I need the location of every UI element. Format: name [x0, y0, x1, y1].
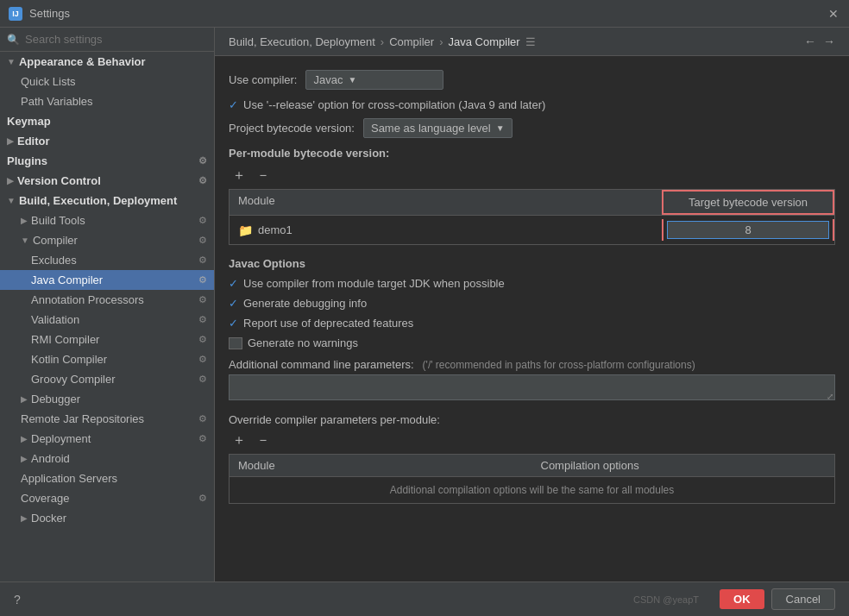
- cmd-textarea[interactable]: [229, 374, 835, 400]
- sidebar-item-docker[interactable]: ▶ Docker: [0, 508, 214, 528]
- deployment-arrow-icon: ▶: [21, 434, 28, 443]
- override-col-compilation: Compilation options: [532, 455, 835, 476]
- opt4-label: Generate no warnings: [248, 336, 358, 349]
- breadcrumb-part1[interactable]: Build, Execution, Deployment: [229, 35, 375, 48]
- coverage-settings-icon: ⚙: [198, 493, 207, 504]
- use-release-option-row[interactable]: ✓ Use '--release' option for cross-compi…: [229, 98, 835, 111]
- version-input[interactable]: [667, 221, 829, 239]
- sidebar-item-deployment[interactable]: ▶ Deployment ⚙: [0, 429, 214, 449]
- compiler-arrow-icon: ▼: [21, 236, 29, 245]
- compiler-select-arrow-icon: ▼: [348, 75, 356, 85]
- breadcrumb-part3: Java Compiler: [449, 35, 520, 48]
- opt3-checkbox[interactable]: ✓: [229, 317, 238, 330]
- module-table: Module Target bytecode version 📁 demo1: [229, 189, 835, 245]
- javac-options-title: Javac Options: [229, 257, 835, 270]
- sidebar-item-groovy-compiler[interactable]: Groovy Compiler ⚙: [0, 369, 214, 389]
- cmd-hint: ('/' recommended in paths for cross-plat…: [423, 359, 835, 371]
- content-body: Use compiler: Javac ▼ ✓ Use '--release' …: [215, 56, 849, 581]
- sidebar-item-kotlin-compiler[interactable]: Kotlin Compiler ⚙: [0, 349, 214, 369]
- title-bar: IJ Settings ✕: [0, 0, 849, 28]
- close-button[interactable]: ✕: [827, 7, 840, 21]
- build-tools-arrow-icon: ▶: [21, 216, 28, 225]
- per-module-section-title: Per-module bytecode version:: [229, 147, 835, 160]
- opt2-checkbox[interactable]: ✓: [229, 297, 238, 310]
- sidebar-item-validation[interactable]: Validation ⚙: [0, 310, 214, 330]
- project-bytecode-value: Same as language level: [371, 122, 491, 135]
- search-box[interactable]: 🔍: [0, 28, 214, 52]
- option-deprecated-row[interactable]: ✓ Report use of deprecated features: [229, 317, 835, 330]
- table-header: Module Target bytecode version: [230, 190, 834, 216]
- opt1-checkbox[interactable]: ✓: [229, 277, 238, 290]
- sidebar-item-java-compiler[interactable]: Java Compiler ⚙: [0, 270, 214, 290]
- sidebar-item-path-variables[interactable]: Path Variables: [0, 91, 214, 111]
- override-table: Module Compilation options Additional co…: [229, 454, 835, 504]
- option-use-compiler-row[interactable]: ✓ Use compiler from module target JDK wh…: [229, 277, 835, 290]
- sidebar-item-debugger[interactable]: ▶ Debugger: [0, 389, 214, 409]
- override-label: Override compiler parameters per-module:: [229, 413, 835, 426]
- nav-forward-button[interactable]: →: [823, 35, 835, 48]
- sidebar-item-version-control[interactable]: ▶ Version Control ⚙: [0, 171, 214, 191]
- breadcrumb: Build, Execution, Deployment › Compiler …: [215, 28, 849, 56]
- remote-jar-settings-icon: ⚙: [198, 413, 207, 424]
- opt3-label: Report use of deprecated features: [243, 317, 413, 330]
- sidebar-item-editor[interactable]: ▶ Editor: [0, 131, 214, 151]
- help-button[interactable]: ?: [14, 593, 21, 607]
- sidebar-item-application-servers[interactable]: Application Servers: [0, 468, 214, 488]
- sidebar-item-build-execution[interactable]: ▼ Build, Execution, Deployment: [0, 191, 214, 211]
- breadcrumb-part2[interactable]: Compiler: [389, 35, 434, 48]
- app-icon: IJ: [9, 7, 22, 21]
- module-name: demo1: [258, 223, 292, 236]
- add-module-button[interactable]: ＋: [229, 167, 249, 184]
- use-release-checkbox[interactable]: ✓: [229, 98, 238, 111]
- sidebar-item-keymap[interactable]: Keymap: [0, 111, 214, 131]
- sidebar-item-plugins[interactable]: Plugins ⚙: [0, 151, 214, 171]
- vc-arrow-icon: ▶: [7, 176, 14, 185]
- sidebar-item-excludes[interactable]: Excludes ⚙: [0, 250, 214, 270]
- search-input[interactable]: [25, 33, 207, 46]
- sidebar-item-annotation-processors[interactable]: Annotation Processors ⚙: [0, 290, 214, 310]
- sidebar-item-appearance[interactable]: ▼ Appearance & Behavior: [0, 52, 214, 72]
- cmd-label: Additional command line parameters:: [229, 358, 414, 371]
- groovy-settings-icon: ⚙: [198, 374, 207, 385]
- sidebar-item-android[interactable]: ▶ Android: [0, 449, 214, 468]
- use-release-label: Use '--release' option for cross-compila…: [243, 98, 545, 111]
- remove-override-button[interactable]: －: [253, 431, 274, 449]
- annotation-settings-icon: ⚙: [198, 294, 207, 305]
- table-cell-version[interactable]: [662, 219, 834, 241]
- android-arrow-icon: ▶: [21, 454, 28, 463]
- sidebar-item-compiler[interactable]: ▼ Compiler ⚙: [0, 230, 214, 250]
- sidebar-item-coverage[interactable]: Coverage ⚙: [0, 488, 214, 508]
- build-arrow-icon: ▼: [7, 196, 16, 205]
- table-header-module: Module: [230, 190, 662, 215]
- opt4-checkbox[interactable]: [229, 337, 242, 349]
- ok-button[interactable]: OK: [720, 589, 764, 609]
- breadcrumb-sep2: ›: [439, 35, 443, 48]
- expand-arrow-icon: ▼: [7, 57, 16, 66]
- expand-icon[interactable]: ⤢: [827, 392, 833, 401]
- override-table-header: Module Compilation options: [230, 455, 834, 477]
- watermark: CSDN @yeapT: [633, 594, 699, 605]
- java-compiler-settings-icon: ⚙: [198, 274, 207, 286]
- compiler-select-value: Javac: [313, 73, 343, 86]
- cancel-button[interactable]: Cancel: [771, 588, 835, 610]
- breadcrumb-edit-icon[interactable]: ☰: [525, 35, 536, 48]
- project-bytecode-select[interactable]: Same as language level ▼: [363, 118, 513, 138]
- nav-back-button[interactable]: ←: [804, 35, 816, 48]
- cmd-input-container: ⤢: [229, 374, 835, 403]
- option-no-warnings-row[interactable]: Generate no warnings: [229, 336, 835, 349]
- option-debug-info-row[interactable]: ✓ Generate debugging info: [229, 297, 835, 310]
- opt2-label: Generate debugging info: [243, 297, 367, 310]
- sidebar-item-rmi-compiler[interactable]: RMI Compiler ⚙: [0, 330, 214, 349]
- cmd-label-row: Additional command line parameters: ('/'…: [229, 358, 835, 371]
- remove-module-button[interactable]: －: [253, 167, 274, 184]
- add-override-button[interactable]: ＋: [229, 431, 249, 449]
- override-toolbar: ＋ －: [229, 431, 835, 449]
- sidebar: 🔍 ▼ Appearance & Behavior Quick Lists Pa…: [0, 28, 215, 581]
- table-header-version: Target bytecode version: [662, 190, 834, 215]
- compiler-select[interactable]: Javac ▼: [305, 70, 443, 90]
- sidebar-item-remote-jar[interactable]: Remote Jar Repositories ⚙: [0, 409, 214, 429]
- sidebar-item-build-tools[interactable]: ▶ Build Tools ⚙: [0, 211, 214, 230]
- sidebar-item-quick-lists[interactable]: Quick Lists: [0, 72, 214, 91]
- content-area: Build, Execution, Deployment › Compiler …: [215, 28, 849, 581]
- window-title: Settings: [29, 7, 827, 20]
